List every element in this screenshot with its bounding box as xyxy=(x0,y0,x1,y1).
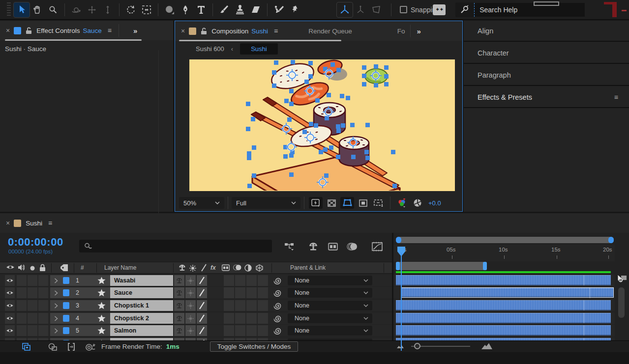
composition-viewer[interactable] xyxy=(189,59,455,191)
solo-toggle[interactable] xyxy=(28,300,37,311)
layer-info-block[interactable]: 4 Chopstick 2 xyxy=(50,313,173,324)
view-axis-mode-button[interactable] xyxy=(368,2,384,17)
type-tool-button[interactable] xyxy=(193,2,209,17)
pan-camera-tool-button[interactable] xyxy=(84,2,100,17)
quality-switch[interactable] xyxy=(197,275,207,286)
layer-color-swatch[interactable] xyxy=(63,289,69,296)
audio-toggle[interactable] xyxy=(17,287,27,298)
search-help-input[interactable] xyxy=(474,3,585,17)
panel-align[interactable]: Align xyxy=(464,21,629,42)
quality-switch[interactable] xyxy=(197,300,207,311)
tab-effect-controls[interactable]: Effect Controls xyxy=(36,27,80,34)
zoom-out-mountain-icon[interactable] xyxy=(396,344,404,349)
puppet-pin-tool-button[interactable] xyxy=(287,2,302,17)
label-column-icon[interactable] xyxy=(60,264,68,272)
tab-render-queue[interactable]: Render Queue xyxy=(308,28,352,35)
layer-info-block[interactable]: 5 Salmon xyxy=(50,325,173,336)
layer-row-3[interactable]: 3 Chopstick 1 None xyxy=(0,300,629,311)
timeline-vertical-scrollbar[interactable] xyxy=(618,287,625,318)
zoom-in-mountain-icon[interactable] xyxy=(481,343,493,350)
exposure-value[interactable]: +0.0 xyxy=(428,199,441,207)
layer-color-swatch[interactable] xyxy=(63,277,69,284)
frame-blend-switch[interactable] xyxy=(235,325,245,336)
resolution-dropdown[interactable]: Full xyxy=(232,197,300,209)
eye-column-icon[interactable] xyxy=(6,264,15,271)
motion-blur-switch[interactable] xyxy=(246,300,257,311)
audio-toggle[interactable] xyxy=(17,275,27,286)
transparency-grid-button[interactable] xyxy=(325,197,338,209)
magnification-dropdown[interactable]: 50% xyxy=(179,197,224,209)
unlock-icon[interactable] xyxy=(201,28,207,35)
toolbar-grip[interactable] xyxy=(7,2,11,17)
shy-switch[interactable] xyxy=(174,275,184,286)
collapse-switch[interactable] xyxy=(185,275,196,286)
crumb-parent-comp[interactable]: Sushi 600 xyxy=(196,45,224,53)
parent-dropdown[interactable]: None xyxy=(288,276,372,285)
mask-visibility-button[interactable] xyxy=(340,197,354,209)
frame-blend-switch[interactable] xyxy=(235,313,245,324)
collapse-column-icon[interactable] xyxy=(189,265,196,272)
lock-toggle[interactable] xyxy=(38,300,48,311)
fx-switch[interactable] xyxy=(224,313,234,324)
more-tabs-chevrons-icon[interactable]: » xyxy=(133,27,136,35)
frame-blend-switch[interactable] xyxy=(235,300,245,311)
audio-column-icon[interactable] xyxy=(18,264,25,271)
composition-shape-cursor-icon[interactable] xyxy=(616,274,627,283)
blend-modes-pane-icon[interactable] xyxy=(48,342,58,351)
three-d-switch[interactable] xyxy=(258,325,268,336)
layer-duration-bar-selected[interactable] xyxy=(401,287,614,298)
expand-chevron-icon[interactable] xyxy=(54,328,58,334)
layer-duration-bar[interactable] xyxy=(396,313,611,323)
visibility-eye-toggle[interactable] xyxy=(5,287,15,298)
clone-stamp-tool-button[interactable] xyxy=(232,2,248,17)
solo-toggle[interactable] xyxy=(28,287,37,298)
layer-row-1[interactable]: 1 Wasabi None xyxy=(0,275,629,286)
current-timecode[interactable]: 0:00:00:00 xyxy=(8,236,63,249)
camera-tool-button[interactable] xyxy=(139,2,154,17)
layer-duration-bar[interactable] xyxy=(396,325,611,336)
world-axis-mode-button[interactable] xyxy=(353,2,368,17)
close-tab-icon[interactable]: × xyxy=(6,27,10,34)
fx-column-icon[interactable]: fx xyxy=(210,264,216,271)
motion-blur-switch[interactable] xyxy=(246,287,257,298)
tab-footage-partial[interactable]: Fo xyxy=(397,28,405,35)
layer-name[interactable]: Salmon xyxy=(110,325,173,336)
rotation-tool-button[interactable] xyxy=(123,2,139,17)
audio-toggle[interactable] xyxy=(17,300,27,311)
motion-blur-switch[interactable] xyxy=(246,325,257,336)
layer-duration-bar[interactable] xyxy=(396,275,611,285)
shy-column-icon[interactable] xyxy=(178,264,186,272)
lock-column-icon[interactable] xyxy=(39,264,46,272)
timeline-search-field[interactable] xyxy=(79,240,272,252)
layer-name[interactable]: Wasabi xyxy=(110,275,173,286)
visibility-eye-toggle[interactable] xyxy=(5,300,15,311)
collapse-switch[interactable] xyxy=(185,287,196,298)
motion-blur-switch[interactable] xyxy=(246,313,257,324)
shy-switch[interactable] xyxy=(174,300,184,311)
layer-name-column-label[interactable]: Layer Name xyxy=(104,264,136,271)
quality-switch[interactable] xyxy=(197,313,207,324)
layer-color-swatch[interactable] xyxy=(63,315,69,322)
close-tab-icon[interactable]: × xyxy=(181,27,185,35)
eraser-tool-button[interactable] xyxy=(248,2,264,17)
fx-switch[interactable] xyxy=(224,287,234,298)
three-d-switch[interactable] xyxy=(258,287,268,298)
panel-menu-icon[interactable]: ≡ xyxy=(48,219,52,227)
collapse-switch[interactable] xyxy=(185,313,196,324)
render-time-snail-icon[interactable] xyxy=(85,342,95,351)
local-axis-mode-button[interactable] xyxy=(337,2,353,17)
layer-info-block[interactable]: 3 Chopstick 1 xyxy=(50,300,173,311)
shy-switch[interactable] xyxy=(174,287,184,298)
parent-dropdown[interactable]: None xyxy=(288,326,372,336)
more-tabs-chevrons-icon[interactable]: » xyxy=(417,27,420,35)
three-d-column-icon[interactable] xyxy=(256,264,263,272)
shy-switch[interactable] xyxy=(174,313,184,324)
layer-row-4[interactable]: 4 Chopstick 2 None xyxy=(0,312,629,324)
exposure-reset-button[interactable] xyxy=(411,197,424,209)
tab-composition[interactable]: Composition xyxy=(211,28,248,35)
lock-toggle[interactable] xyxy=(38,325,48,336)
unlock-icon[interactable] xyxy=(26,27,32,34)
zoom-slider-knob[interactable] xyxy=(414,343,420,349)
expand-chevron-icon[interactable] xyxy=(54,316,58,321)
layer-row-5[interactable]: 5 Salmon None xyxy=(0,325,629,336)
